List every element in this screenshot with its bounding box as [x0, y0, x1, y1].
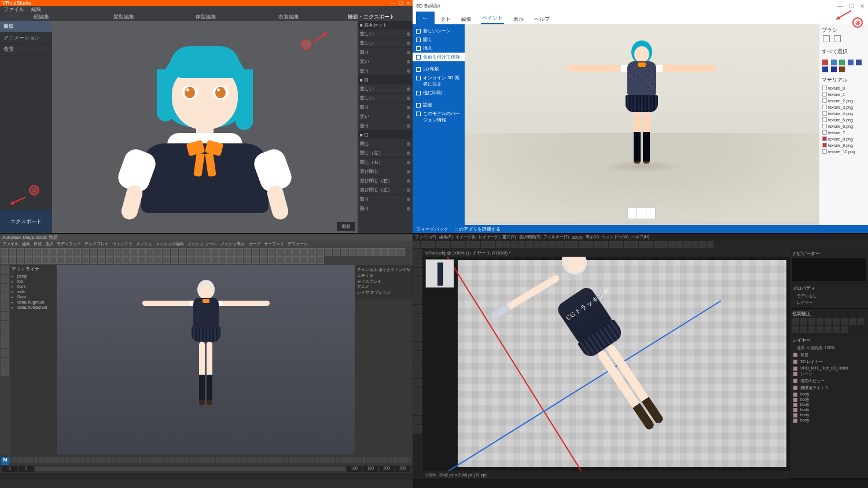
layer-item[interactable]: body [792, 412, 866, 417]
shelf-icon[interactable] [65, 248, 73, 256]
adjust-icon[interactable] [841, 318, 848, 325]
adjust-icon[interactable] [800, 318, 807, 325]
shelf-icon[interactable] [317, 256, 324, 264]
tool-icon[interactable] [699, 241, 706, 248]
tool-icon[interactable] [413, 305, 422, 313]
tool-icon[interactable] [413, 241, 420, 248]
tool-icon[interactable] [571, 241, 578, 248]
tab-face[interactable]: 顔編集 [0, 13, 83, 21]
builder-titlebar[interactable]: 3D Builder —☐✕ [413, 0, 868, 12]
file-printother[interactable]: 他に印刷 [413, 88, 465, 97]
adjust-icon[interactable] [808, 326, 815, 333]
layers-panel[interactable]: レイヤー 通常 不透明度: 100% 背景 3D レイヤー VRD_MTL_Ha… [790, 335, 868, 479]
tool-icon[interactable] [639, 241, 646, 248]
tool-icon[interactable] [473, 241, 480, 248]
shelf-icon[interactable] [236, 248, 243, 256]
adjust-icon[interactable] [833, 318, 840, 325]
shelf-icon[interactable] [179, 248, 186, 256]
tool-icon[interactable] [443, 241, 450, 248]
preset-item[interactable]: 笑い [358, 112, 413, 121]
file-insert[interactable]: 挿入 [413, 44, 465, 53]
tool-icon[interactable] [564, 241, 571, 248]
shelf-icon[interactable] [203, 248, 211, 256]
brush-icon[interactable] [823, 35, 830, 42]
tool-icon[interactable] [413, 249, 422, 258]
shelf-icon[interactable] [341, 248, 348, 256]
shelf-icon[interactable] [300, 256, 308, 264]
shelf-icon[interactable] [73, 248, 81, 256]
shelf-icon[interactable] [155, 256, 162, 264]
swatch[interactable] [822, 66, 828, 72]
shelf-icon[interactable] [284, 256, 292, 264]
tool-icon[interactable] [586, 241, 593, 248]
preset-item[interactable]: 笑い [358, 57, 413, 66]
brush-icon[interactable] [834, 35, 841, 42]
tool-icon[interactable] [1, 358, 9, 367]
tool-icon[interactable] [466, 241, 473, 248]
tool-icon[interactable] [413, 323, 422, 332]
maya-outliner[interactable]: アウトライナ persp top front side Root default… [10, 265, 57, 454]
export-button[interactable]: エクスポート [0, 210, 52, 233]
preset-item[interactable]: 悲しい [358, 94, 413, 103]
shelf-icon[interactable] [1, 256, 8, 264]
shelf-icon[interactable] [90, 248, 97, 256]
tool-icon[interactable] [1, 293, 9, 302]
shelf-icon[interactable] [163, 248, 170, 256]
shelf-icon[interactable] [114, 256, 122, 264]
shelf-icon[interactable] [9, 248, 16, 256]
shelf-icon[interactable] [219, 256, 227, 264]
shelf-icon[interactable] [276, 248, 284, 256]
tool-icon[interactable] [654, 241, 661, 248]
shelf-icon[interactable] [171, 248, 178, 256]
shelf-icon[interactable] [41, 248, 49, 256]
tool-icon[interactable] [413, 360, 422, 369]
tool-icon[interactable] [579, 241, 586, 248]
shelf-icon[interactable] [211, 248, 219, 256]
adjust-icon[interactable] [792, 318, 799, 325]
tool-icon[interactable] [436, 241, 443, 248]
preset-item[interactable]: 悲しい [358, 84, 413, 94]
tool-icon[interactable] [1, 367, 9, 376]
tool-icon[interactable] [646, 241, 653, 248]
adjust-icon[interactable] [792, 326, 799, 333]
outliner-node[interactable]: persp [12, 273, 56, 279]
shelf-icon[interactable] [284, 248, 292, 256]
command-line[interactable] [0, 473, 413, 480]
preset-item[interactable]: 喜び閉じ [358, 167, 413, 176]
shelf-icon[interactable] [389, 248, 397, 256]
tool-icon[interactable] [421, 241, 428, 248]
file-saveas[interactable]: 名前を付けて保存 [413, 53, 465, 61]
tool-icon[interactable] [707, 241, 713, 248]
shoot-button[interactable]: 撮影 [337, 222, 355, 231]
tool-icon[interactable] [541, 241, 548, 248]
shelf-icon[interactable] [138, 256, 146, 264]
shelf-icon[interactable] [236, 256, 243, 264]
adjust-icon[interactable] [800, 326, 807, 333]
tool-icon[interactable] [676, 241, 683, 248]
tool-icon[interactable] [549, 241, 556, 248]
texture-row[interactable]: texture_4.png [822, 110, 866, 116]
layer-item[interactable]: VRD_MTL_Hair_00_HairB [792, 365, 866, 371]
menu-edit[interactable]: 編集 [31, 6, 42, 13]
shelf-icon[interactable] [203, 256, 211, 264]
swatch[interactable] [839, 60, 845, 65]
tool-icon[interactable] [511, 241, 518, 248]
tool-icon[interactable] [481, 241, 488, 248]
feedback-link[interactable]: フィードバック [416, 226, 448, 232]
adjust-icon[interactable] [857, 318, 864, 325]
tool-icon[interactable] [624, 241, 631, 248]
file-order[interactable]: オンライン 3D 業者に注文 [413, 73, 465, 88]
vroid-mode-tabs[interactable]: 顔編集 髪型編集 体型編集 衣装編集 撮影・エクスポート [0, 13, 413, 21]
menu-file[interactable]: ファイル [3, 6, 24, 13]
shelf-icon[interactable] [106, 256, 113, 264]
shelf-icon[interactable] [17, 248, 24, 256]
view-toolbar[interactable] [627, 208, 656, 219]
adjust-icon[interactable] [808, 318, 815, 325]
shelf-icon[interactable] [268, 256, 275, 264]
shelf-icon[interactable] [195, 248, 203, 256]
shelf-icon[interactable] [333, 248, 340, 256]
shelf-icon[interactable] [146, 256, 154, 264]
tool-icon[interactable] [661, 241, 668, 248]
tab-body[interactable]: 体型編集 [165, 13, 248, 21]
shelf-icon[interactable] [365, 248, 373, 256]
